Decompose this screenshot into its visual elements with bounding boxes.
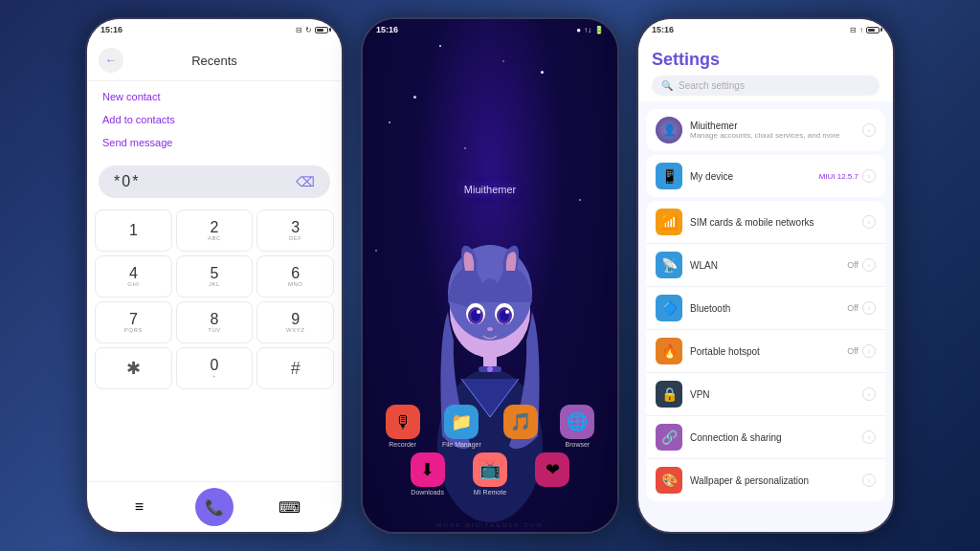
wlan-item[interactable]: 📡 WLAN Off ›: [646, 244, 885, 287]
hotspot-value: Off: [847, 346, 858, 356]
phone-dialer: 15:16 ⊟ ↻ ← Recents New contact Add to c…: [85, 17, 344, 534]
profile-name: Miuithemer: [690, 121, 855, 131]
dialer-header: ← Recents: [87, 40, 342, 81]
settings-title: Settings: [652, 50, 880, 70]
dial-input-area: *0* ⌫: [99, 165, 330, 198]
app-downloads[interactable]: ⬇ Downloads: [411, 452, 445, 496]
profile-sub: Manage accounts, cloud services, and mor…: [690, 131, 855, 140]
dial-input-text: *0*: [114, 173, 140, 190]
wlan-icon: 📡: [656, 252, 682, 278]
svg-point-3: [487, 366, 493, 372]
app-mi-remote[interactable]: 📺 MI Remote: [473, 452, 507, 496]
wlan-value: Off: [847, 260, 858, 270]
settings-search-bar[interactable]: 🔍 Search settings: [652, 76, 880, 96]
bluetooth-value: Off: [847, 303, 858, 313]
miui-version: MIUI 12.5.7: [819, 172, 858, 181]
bluetooth-chevron: ›: [862, 301, 876, 315]
bluetooth-item[interactable]: 🔷 Bluetooth Off ›: [646, 287, 885, 330]
status-icons-phone3: ⊟ ↑: [850, 26, 880, 34]
wallpaper-text: Wallpaper & personalization: [690, 475, 855, 486]
dialer-title: Recents: [123, 54, 305, 68]
connection-item[interactable]: 🔗 Connection & sharing ›: [646, 416, 885, 459]
app-file-manager[interactable]: 📁 File Manager: [442, 405, 481, 448]
key-8[interactable]: 8 TUV: [176, 301, 254, 343]
bluetooth-title: Bluetooth: [690, 303, 839, 314]
wallpaper-icon: 🎨: [656, 467, 682, 494]
home-username: Miuithemer: [464, 184, 516, 195]
key-5[interactable]: 5 JKL: [176, 255, 254, 298]
settings-profile-section: 👤 Miuithemer Manage accounts, cloud serv…: [646, 109, 885, 151]
hotspot-right: Off ›: [847, 344, 876, 358]
backspace-button[interactable]: ⌫: [296, 174, 315, 189]
hotspot-chevron: ›: [862, 344, 876, 358]
phone-home: 15:16 ● ↑↓ 🔋: [361, 17, 619, 534]
status-bar-phone1: 15:16 ⊟ ↻: [87, 19, 342, 40]
back-button[interactable]: ←: [99, 48, 123, 73]
star-3: [541, 71, 544, 74]
key-1[interactable]: 1: [95, 209, 172, 252]
keypad-button[interactable]: ⌨: [273, 490, 307, 524]
key-2[interactable]: 2 ABC: [176, 209, 254, 252]
vpn-icon: 🔒: [656, 381, 682, 408]
app-browser[interactable]: 🌐 Browser: [560, 405, 594, 448]
send-message-option[interactable]: Send message: [102, 135, 326, 150]
watermark: MORE MIUITHEMER.COM: [363, 522, 617, 528]
key-star[interactable]: ✱: [95, 347, 172, 389]
sim-chevron: ›: [862, 215, 876, 229]
menu-button[interactable]: ≡: [122, 490, 156, 524]
hotspot-item[interactable]: 🔥 Portable hotspot Off ›: [646, 330, 885, 373]
key-0[interactable]: 0 +: [176, 347, 254, 389]
key-9[interactable]: 9 WXYZ: [256, 301, 334, 343]
my-device-item[interactable]: 📱 My device MIUI 12.5.7 ›: [646, 155, 885, 197]
settings-list: 👤 Miuithemer Manage accounts, cloud serv…: [638, 101, 893, 532]
key-3[interactable]: 3 DEF: [256, 209, 334, 252]
key-hash[interactable]: #: [256, 347, 334, 389]
wallpaper-chevron: ›: [862, 474, 876, 487]
profile-chevron: ›: [862, 123, 876, 137]
wallpaper-title: Wallpaper & personalization: [690, 475, 855, 486]
svg-point-13: [505, 310, 509, 314]
network-section: 📶 SIM cards & mobile networks › 📡 WLAN O…: [646, 201, 885, 501]
dialer-options: New contact Add to contacts Send message: [87, 81, 342, 158]
time-phone3: 15:16: [652, 25, 674, 34]
connection-chevron: ›: [862, 430, 876, 444]
hotspot-title: Portable hotspot: [690, 346, 839, 357]
bluetooth-icon: 🔷: [656, 295, 682, 321]
key-6[interactable]: 6 MNO: [256, 255, 334, 298]
my-device-text: My device: [690, 171, 812, 182]
add-to-contacts-option[interactable]: Add to contacts: [102, 112, 326, 127]
vpn-title: VPN: [690, 389, 855, 400]
star-7: [375, 250, 377, 252]
vpn-chevron: ›: [862, 387, 876, 401]
app-recorder[interactable]: 🎙 Recorder: [386, 405, 420, 448]
search-icon: 🔍: [661, 80, 673, 91]
status-bar-phone2: 15:16 ● ↑↓ 🔋: [363, 19, 617, 40]
vpn-item[interactable]: 🔒 VPN ›: [646, 373, 885, 416]
new-contact-option[interactable]: New contact: [102, 89, 326, 104]
profile-text: Miuithemer Manage accounts, cloud servic…: [690, 121, 855, 140]
battery-icon-3: [866, 27, 880, 33]
key-7[interactable]: 7 PQRS: [95, 301, 172, 343]
profile-avatar: 👤: [656, 117, 682, 143]
my-device-right: MIUI 12.5.7 ›: [819, 169, 876, 183]
dialer-bottom-bar: ≡ 📞 ⌨: [87, 481, 342, 532]
settings-profile-item[interactable]: 👤 Miuithemer Manage accounts, cloud serv…: [646, 109, 885, 151]
my-device-icon: 📱: [656, 163, 682, 189]
connection-icon: 🔗: [656, 424, 682, 451]
bluetooth-right: Off ›: [847, 301, 876, 315]
call-button[interactable]: 📞: [195, 488, 234, 526]
hotspot-text: Portable hotspot: [690, 346, 839, 357]
wallpaper-item[interactable]: 🎨 Wallpaper & personalization ›: [646, 459, 885, 501]
time-phone1: 15:16: [100, 25, 122, 34]
key-4[interactable]: 4 GHI: [95, 255, 172, 298]
my-device-title: My device: [690, 171, 812, 182]
sim-item[interactable]: 📶 SIM cards & mobile networks ›: [646, 201, 885, 244]
status-icons-phone1: ⊟ ↻: [296, 26, 328, 34]
app-music[interactable]: 🎵: [503, 405, 538, 448]
hotspot-icon: 🔥: [656, 338, 682, 364]
status-icons-phone2: ● ↑↓ 🔋: [576, 26, 604, 34]
status-bar-phone3: 15:16 ⊟ ↑: [638, 19, 893, 40]
wlan-title: WLAN: [690, 260, 839, 271]
app-heart[interactable]: ❤: [535, 452, 569, 496]
star-6: [502, 60, 504, 62]
